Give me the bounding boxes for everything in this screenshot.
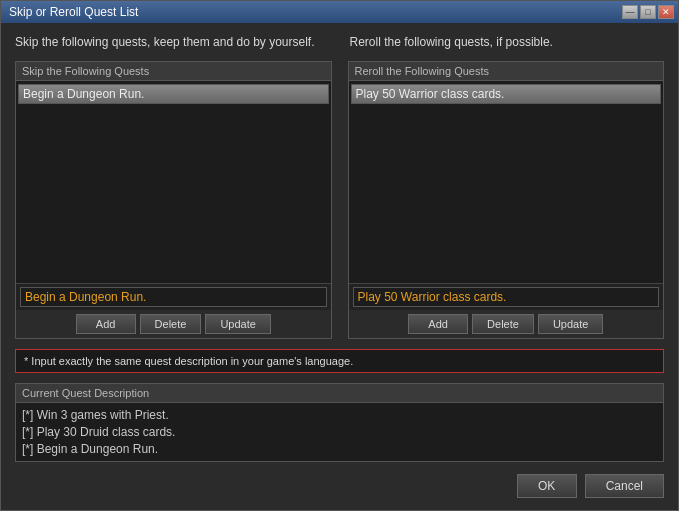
skip-panel: Skip the Following Quests Begin a Dungeo… [15,61,332,339]
skip-input[interactable] [20,287,327,307]
current-quest-list: [*] Win 3 games with Priest. [*] Play 30… [16,403,663,461]
skip-description: Skip the following quests, keep them and… [15,35,330,49]
cancel-button[interactable]: Cancel [585,474,664,498]
skip-panel-buttons: Add Delete Update [16,310,331,338]
reroll-listbox[interactable]: Play 50 Warrior class cards. [349,81,664,283]
skip-listbox[interactable]: Begin a Dungeon Run. [16,81,331,283]
reroll-delete-button[interactable]: Delete [472,314,534,334]
current-quest-section: Current Quest Description [*] Win 3 game… [15,383,664,462]
reroll-input[interactable] [353,287,660,307]
current-quest-item-2: [*] Begin a Dungeon Run. [22,441,657,457]
skip-list-item[interactable]: Begin a Dungeon Run. [18,84,329,104]
title-bar-controls: — □ ✕ [622,5,674,19]
reroll-list-item[interactable]: Play 50 Warrior class cards. [351,84,662,104]
window-title: Skip or Reroll Quest List [9,5,138,19]
ok-button[interactable]: OK [517,474,577,498]
reroll-panel: Reroll the Following Quests Play 50 Warr… [348,61,665,339]
panels-row: Skip the Following Quests Begin a Dungeo… [15,61,664,339]
title-bar: Skip or Reroll Quest List — □ ✕ [1,1,678,23]
skip-add-button[interactable]: Add [76,314,136,334]
warning-bar: * Input exactly the same quest descripti… [15,349,664,373]
close-button[interactable]: ✕ [658,5,674,19]
top-description: Skip the following quests, keep them and… [15,35,664,49]
current-quest-item-0: [*] Win 3 games with Priest. [22,407,657,423]
main-window: Skip or Reroll Quest List — □ ✕ Skip the… [0,0,679,511]
bottom-buttons: OK Cancel [15,470,664,498]
skip-delete-button[interactable]: Delete [140,314,202,334]
skip-input-container [16,283,331,310]
maximize-button[interactable]: □ [640,5,656,19]
reroll-description: Reroll the following quests, if possible… [350,35,665,49]
reroll-panel-buttons: Add Delete Update [349,310,664,338]
reroll-update-button[interactable]: Update [538,314,603,334]
reroll-panel-header: Reroll the Following Quests [349,62,664,81]
skip-panel-header: Skip the Following Quests [16,62,331,81]
minimize-button[interactable]: — [622,5,638,19]
reroll-add-button[interactable]: Add [408,314,468,334]
window-content: Skip the following quests, keep them and… [1,23,678,510]
reroll-input-container [349,283,664,310]
current-quest-header: Current Quest Description [16,384,663,403]
current-quest-item-1: [*] Play 30 Druid class cards. [22,424,657,440]
warning-text: * Input exactly the same quest descripti… [24,355,353,367]
skip-update-button[interactable]: Update [205,314,270,334]
